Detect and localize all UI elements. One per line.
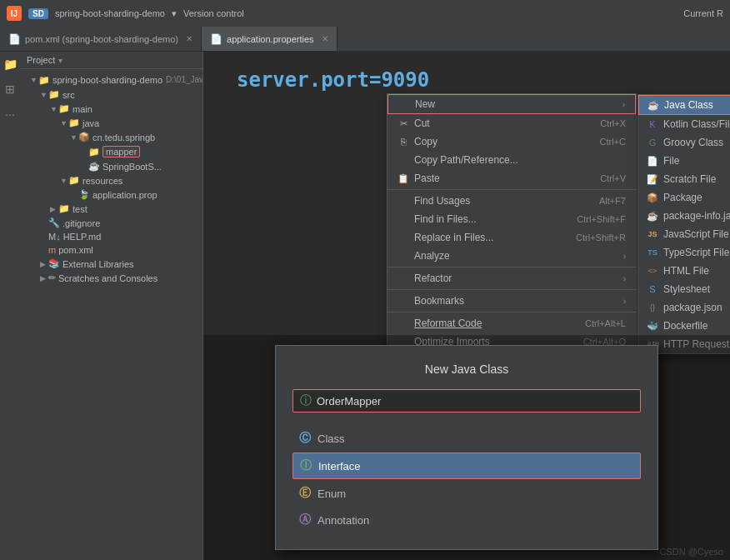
- submenu-icon-package: 📦: [647, 192, 658, 203]
- submenu-item-dockerfile[interactable]: 🐳 Dockerfile: [638, 317, 730, 335]
- left-icon-folder[interactable]: 📁: [2, 56, 18, 72]
- tree-label-java: java: [82, 118, 99, 128]
- dialog-option-interface[interactable]: Ⓘ Interface: [292, 452, 641, 479]
- menu-item-analyze[interactable]: Analyze ›: [388, 247, 636, 265]
- folder-icon-scratches: ✏: [48, 272, 56, 283]
- submenu-item-groovyclass[interactable]: G Groovy Class: [638, 133, 730, 152]
- tree-arrow-java: ▼: [60, 119, 67, 128]
- dialog-option-class[interactable]: Ⓒ Class: [292, 426, 641, 451]
- folder-icon-mapper: 📁: [88, 147, 100, 158]
- menu-item-new[interactable]: New ›: [388, 94, 636, 114]
- tree-item-springboots[interactable]: ☕ SpringBootS...: [20, 159, 202, 173]
- menu-shortcut-paste: Ctrl+V: [600, 173, 626, 183]
- tree-arrow-gitignore: [40, 219, 47, 228]
- menu-label-findinfiles: Find in Files...: [414, 213, 477, 225]
- sidebar-header[interactable]: Project ▾: [20, 52, 202, 69]
- pom-file-icon: 📄: [8, 33, 21, 45]
- tree-item-pomxml[interactable]: m pom.xml: [20, 243, 202, 257]
- menu-item-copypath[interactable]: Copy Path/Reference...: [388, 151, 636, 169]
- tree-label-test: test: [72, 204, 88, 214]
- menu-item-refactor[interactable]: Refactor ›: [388, 269, 636, 288]
- menu-item-paste[interactable]: 📋 Paste Ctrl+V: [388, 169, 636, 188]
- tab-pom-close[interactable]: ✕: [186, 34, 192, 43]
- tree-label-src: src: [62, 90, 75, 100]
- tab-application-close[interactable]: ✕: [322, 34, 328, 43]
- submenu-item-packageinfo[interactable]: ☕ package-info.java: [638, 207, 730, 225]
- folder-icon-package: 📦: [78, 132, 90, 142]
- tree-item-gitignore[interactable]: 🔧 .gitignore: [20, 216, 202, 230]
- submenu-label-javaclass: Java Class: [664, 99, 713, 111]
- menu-label-bookmarks: Bookmarks: [414, 295, 464, 307]
- tree-item-helpmd[interactable]: M↓ HELP.md: [20, 230, 202, 243]
- submenu-item-stylesheet[interactable]: S Stylesheet: [638, 280, 730, 298]
- submenu-item-tsfile[interactable]: TS TypeScript File: [638, 243, 730, 262]
- content-area: server.port=9090 New › ✂ Cut Ctrl+X ⎘ Co…: [203, 52, 730, 560]
- dialog-class-icon: Ⓒ: [299, 431, 311, 446]
- menu-item-findinfiles[interactable]: Find in Files... Ctrl+Shift+F: [388, 210, 636, 228]
- sidebar-arrow: ▾: [58, 56, 62, 65]
- dialog-option-enum[interactable]: Ⓔ Enum: [292, 481, 641, 506]
- tree-arrow-external-libs: ▶: [40, 260, 47, 268]
- title-bar-right: Current R: [683, 8, 723, 18]
- menu-shortcut-replaceinfiles: Ctrl+Shift+R: [576, 232, 626, 242]
- menu-label-cut: Cut: [414, 118, 430, 129]
- left-icon-dots[interactable]: ···: [2, 106, 18, 122]
- tree-item-external-libs[interactable]: ▶ 📚 External Libraries: [20, 257, 202, 271]
- menu-item-findusages[interactable]: Find Usages Alt+F7: [388, 192, 636, 210]
- menu-shortcut-findinfiles: Ctrl+Shift+F: [577, 214, 626, 224]
- tree-item-src[interactable]: ▼ 📁 src: [20, 88, 202, 102]
- dialog-option-annotation[interactable]: Ⓐ Annotation: [292, 508, 641, 532]
- tree-label-resources: resources: [82, 176, 122, 186]
- submenu-item-javaclass[interactable]: ☕ Java Class: [638, 95, 730, 115]
- menu-item-cut[interactable]: ✂ Cut Ctrl+X: [388, 114, 636, 132]
- submenu: ☕ Java Class K Kotlin Class/File G Groov…: [638, 94, 730, 354]
- tree-item-test[interactable]: ▶ 📁 test: [20, 202, 202, 216]
- tree-item-resources[interactable]: ▼ 📁 resources: [20, 173, 202, 188]
- tree-arrow-pomxml: [40, 246, 47, 254]
- version-control-label: Version control: [183, 8, 244, 18]
- submenu-label-dockerfile: Dockerfile: [663, 320, 708, 332]
- menu-shortcut-findusages: Alt+F7: [599, 196, 626, 206]
- submenu-item-scratchfile[interactable]: 📝 Scratch File Ctrl+Alt+Shift+Insert: [638, 170, 730, 188]
- dialog-options: Ⓒ Class Ⓘ Interface Ⓔ Enum Ⓐ Annotation: [292, 426, 641, 532]
- menu-item-copy[interactable]: ⎘ Copy Ctrl+C: [388, 132, 636, 151]
- submenu-icon-stylesheet: S: [647, 284, 658, 294]
- tab-pom-label: pom.xml (spring-boot-sharding-demo): [25, 34, 178, 44]
- tab-application[interactable]: 📄 application.properties ✕: [202, 27, 338, 51]
- tree-label-application: application.prop: [92, 190, 158, 200]
- tree-item-package[interactable]: ▼ 📦 cn.tedu.springb: [20, 130, 202, 144]
- tree-arrow-helpmd: [40, 232, 47, 241]
- dialog-class-name-input[interactable]: [317, 395, 633, 408]
- tab-pom[interactable]: 📄 pom.xml (spring-boot-sharding-demo) ✕: [0, 27, 202, 51]
- menu-item-reformatcode[interactable]: Reformat Code Ctrl+Alt+L: [388, 314, 636, 332]
- submenu-item-packagejson[interactable]: {} package.json: [638, 298, 730, 317]
- new-java-class-dialog: New Java Class ⓘ Ⓒ Class Ⓘ Interface: [275, 345, 658, 550]
- tree-arrow-package: ▼: [70, 133, 77, 142]
- left-icon-structure[interactable]: ⊞: [2, 81, 18, 98]
- submenu-item-jsfile[interactable]: JS JavaScript File: [638, 225, 730, 243]
- tab-bar: 📄 pom.xml (spring-boot-sharding-demo) ✕ …: [0, 27, 730, 52]
- dialog-input-row[interactable]: ⓘ: [292, 389, 641, 412]
- submenu-item-file[interactable]: 📄 File: [638, 152, 730, 170]
- menu-label-new: New: [415, 98, 435, 110]
- submenu-item-htmlfile[interactable]: <> HTML File: [638, 262, 730, 280]
- tree-label-springboots: SpringBootS...: [102, 162, 162, 172]
- menu-item-bookmarks[interactable]: Bookmarks ›: [388, 292, 636, 310]
- submenu-label-htmlfile: HTML File: [663, 265, 709, 277]
- tree-item-java[interactable]: ▼ 📁 java: [20, 116, 202, 130]
- submenu-item-kotlinclass[interactable]: K Kotlin Class/File: [638, 115, 730, 133]
- submenu-item-package[interactable]: 📦 Package: [638, 188, 730, 207]
- tree-item-scratches[interactable]: ▶ ✏ Scratches and Consoles: [20, 271, 202, 285]
- tree-item-mapper[interactable]: 📁 mapper: [20, 144, 202, 159]
- tree-label-gitignore: .gitignore: [62, 218, 100, 228]
- submenu-label-jsfile: JavaScript File: [663, 228, 729, 240]
- tree-item-root[interactable]: ▼ 📁 spring-boot-sharding-demo D:\01_Java…: [20, 72, 202, 88]
- tree-arrow-main: ▼: [50, 105, 57, 113]
- menu-item-replaceinfiles[interactable]: Replace in Files... Ctrl+Shift+R: [388, 228, 636, 247]
- tree-item-application[interactable]: 🍃 application.prop: [20, 188, 202, 202]
- tree-label-root: spring-boot-sharding-demo: [52, 75, 162, 85]
- tree-label-external-libs: External Libraries: [62, 259, 134, 269]
- version-control[interactable]: ▾: [172, 8, 177, 19]
- tree-item-main[interactable]: ▼ 📁 main: [20, 102, 202, 116]
- submenu-label-scratchfile: Scratch File: [663, 173, 716, 185]
